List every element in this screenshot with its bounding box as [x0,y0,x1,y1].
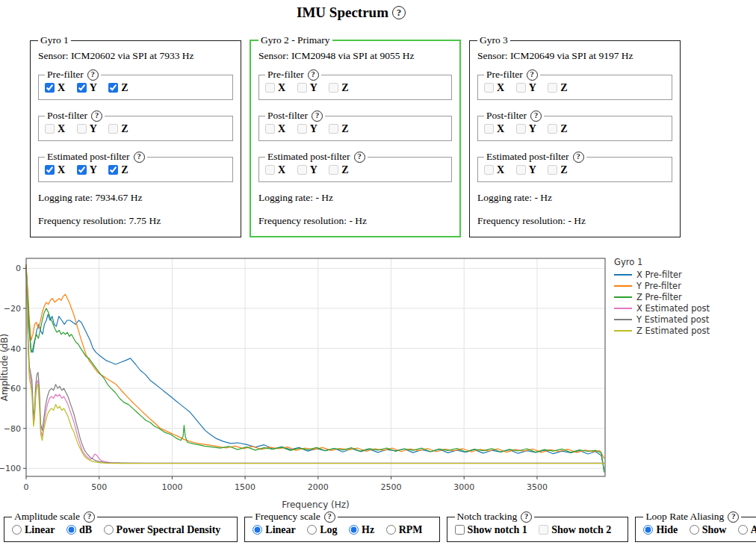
frequency-rpm-radio[interactable] [386,525,396,535]
frequency-log-radio[interactable] [307,525,317,535]
group-label: Pre-filter [486,69,523,80]
gyro2-pre-x-checkbox[interactable] [265,83,275,93]
gyro2-post-y-checkbox[interactable] [297,124,307,134]
x-axis-label: Frequency (Hz) [282,500,350,510]
frequency-linear-radio[interactable] [252,525,262,535]
gyro3-pre-z-checkbox[interactable] [548,83,557,93]
amplitude-psd-radio[interactable] [104,525,114,535]
gyro1-sensor-info: Sensor: ICM20602 via SPI at 7933 Hz [38,50,233,62]
axis-label-y: Y [529,82,536,93]
aliasing-show-radio[interactable] [690,525,699,535]
gyro2-sensor-info: Sensor: ICM20948 via SPI at 9055 Hz [258,50,452,62]
gyro3-post-y-checkbox[interactable] [516,124,526,134]
loop-rate-aliasing-group: Loop Rate Aliasing? Hide Show Aliasing o… [635,511,756,542]
group-label: Estimated post-filter [486,151,569,162]
pre-filter-legend: Pre-filter? [45,69,101,81]
gyro2-post-x-checkbox[interactable] [265,124,275,134]
pre-filter-help-icon[interactable]: ? [527,69,538,81]
estimated-post-filter-help-icon[interactable]: ? [354,152,365,163]
aliasing-only-label: Aliasing only [751,524,756,535]
axis-label-z: Z [121,164,128,175]
aliasing-only-radio[interactable] [738,525,748,535]
group-label: Notch tracking [457,511,518,522]
gyro3-estimated-post-filter-group: Estimated post-filter? X Y Z [477,151,672,182]
gyro3-est-x-checkbox[interactable] [484,165,494,175]
amplitude-scale-legend: Amplitude scale? [12,511,97,523]
frequency-hz-radio[interactable] [349,525,359,535]
gyro2-pre-y-checkbox[interactable] [297,83,307,93]
gyro1-estimated-post-filter-group: Estimated post-filter? X Y Z [38,151,233,182]
x-tick-label: 500 [91,482,107,492]
plot-border [26,258,605,476]
series-x-pre-filter [26,267,604,470]
notch-tracking-help-icon[interactable]: ? [521,511,532,523]
amplitude-linear-radio[interactable] [12,525,22,535]
gyro2-pre-z-checkbox[interactable] [329,83,338,93]
legend-item: Z Estimated post [614,326,710,335]
group-label: Frequency scale [255,511,320,522]
gyro2-frequency-resolution: Frequency resolution: - Hz [258,215,452,227]
y-tick-label: 0 [16,264,21,273]
frequency-scale-help-icon[interactable]: ? [324,511,335,523]
loop-rate-aliasing-help-icon[interactable]: ? [728,511,739,523]
gyro1-pre-y-checkbox[interactable] [77,83,87,93]
gyro3-est-y-checkbox[interactable] [516,165,526,175]
y-tick-label: −100 [0,464,21,473]
gyro3-est-z-checkbox[interactable] [548,165,557,175]
gyro1-pre-z-checkbox[interactable] [108,83,118,93]
axis-label-z: Z [341,82,348,93]
gyro1-pre-x-checkbox[interactable] [45,83,55,93]
gyro2-est-y-checkbox[interactable] [297,165,307,175]
pre-filter-help-icon[interactable]: ? [87,69,99,81]
gyro3-pre-y-checkbox[interactable] [516,83,526,93]
title-help-icon[interactable]: ? [392,6,406,19]
gyro-panels-row: Gyro 1 Sensor: ICM20602 via SPI at 7933 … [30,34,681,237]
gyro1-post-filter-group: Post-filter? X Y Z [38,110,233,141]
post-filter-help-icon[interactable]: ? [312,111,323,122]
gyro2-post-z-checkbox[interactable] [329,124,338,134]
gyro3-pre-filter-group: Pre-filter? X Y Z [477,69,672,100]
axis-label-x: X [58,123,65,134]
gyro3-panel-legend: Gyro 3 [477,34,510,46]
legend-label: Z Pre-filter [636,292,682,302]
post-filter-help-icon[interactable]: ? [530,111,542,122]
x-tick-label: 3000 [453,482,474,492]
show-notch-1-checkbox[interactable] [455,525,465,535]
frequency-scale-legend: Frequency scale? [252,511,337,523]
estimated-post-filter-help-icon[interactable]: ? [134,152,145,163]
estimated-post-filter-legend: Estimated post-filter? [45,151,147,163]
legend-swatch [614,330,632,332]
gyro1-post-x-checkbox[interactable] [45,124,55,134]
legend-swatch [614,308,632,309]
amplitude-scale-help-icon[interactable]: ? [84,511,95,523]
series-y-estimated-post [26,264,604,463]
gyro1-panel: Gyro 1 Sensor: ICM20602 via SPI at 7933 … [30,34,241,237]
aliasing-hide-radio[interactable] [643,525,653,535]
gyro1-post-y-checkbox[interactable] [77,124,87,134]
gyro1-est-z-checkbox[interactable] [108,165,118,175]
legend-label: Y Pre-filter [636,281,681,291]
gyro3-post-filter-group: Post-filter? X Y Z [477,110,672,141]
estimated-post-filter-help-icon[interactable]: ? [573,152,584,163]
gyro3-pre-x-checkbox[interactable] [484,83,494,93]
show-notch-2-checkbox[interactable] [539,525,548,535]
legend-item: Y Pre-filter [614,281,710,290]
gyro3-frequency-resolution: Frequency resolution: - Hz [477,215,672,227]
axis-label-x: X [278,123,285,134]
legend-swatch [614,319,632,320]
post-filter-help-icon[interactable]: ? [91,111,102,122]
amplitude-linear-label: Linear [25,524,55,535]
gyro2-est-z-checkbox[interactable] [329,165,338,175]
axis-label-z: Z [341,123,348,134]
amplitude-psd-label: Power Spectral Density [117,524,221,535]
axis-label-y: Y [310,82,317,93]
gyro1-est-x-checkbox[interactable] [45,165,55,175]
gyro3-post-x-checkbox[interactable] [484,124,494,134]
gyro1-post-z-checkbox[interactable] [108,124,118,134]
gyro1-est-y-checkbox[interactable] [77,165,87,175]
gyro3-post-z-checkbox[interactable] [548,124,557,134]
pre-filter-help-icon[interactable]: ? [308,69,319,81]
group-label: Loop Rate Aliasing [645,511,724,522]
gyro2-est-x-checkbox[interactable] [265,165,275,175]
amplitude-db-radio[interactable] [66,525,76,535]
